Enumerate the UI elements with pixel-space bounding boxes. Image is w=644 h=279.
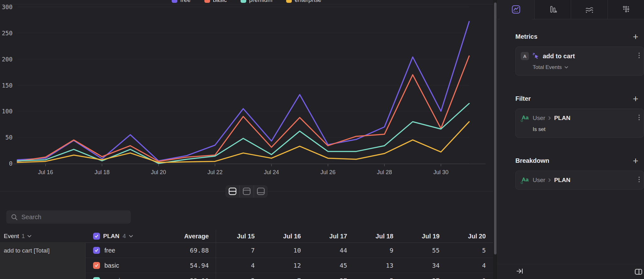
svg-text:0: 0 — [9, 160, 13, 167]
svg-text:Jul 30: Jul 30 — [433, 169, 448, 175]
plan-select-all-checkbox[interactable] — [93, 233, 100, 240]
toggle-sidebar-button[interactable] — [635, 268, 643, 277]
filter-property: PLAN — [554, 115, 570, 122]
vertical-scrollbar — [493, 0, 497, 279]
sidebar-panel-icon — [635, 268, 643, 276]
cell-value: 4 — [216, 258, 262, 273]
metric-measure-selector[interactable]: Total Events — [533, 64, 641, 71]
cell-value: 27 — [401, 273, 447, 279]
cell-value: 10 — [262, 243, 308, 258]
metric-letter-badge: A — [521, 52, 529, 60]
column-header-jul-20[interactable]: Jul 20 — [447, 230, 493, 242]
search-icon — [11, 214, 18, 222]
plan-selector-label: PLAN — [103, 233, 119, 240]
row-checkbox[interactable] — [93, 247, 100, 254]
row-label: free — [104, 243, 115, 258]
layout-panel-top-button[interactable] — [240, 185, 254, 198]
text-property-icon: Aa — [521, 176, 530, 184]
filter-section-header: Filter + — [515, 95, 640, 102]
column-header-jul-18[interactable]: Jul 18 — [354, 230, 401, 242]
table-search-row — [6, 210, 131, 224]
column-header-jul-15[interactable]: Jul 15 — [216, 230, 262, 242]
cell-value: 9 — [354, 243, 401, 258]
cell-value: 55 — [401, 243, 447, 258]
svg-text:Jul 24: Jul 24 — [264, 169, 279, 175]
filter-scope: User — [533, 115, 545, 122]
query-builder-panel: Metrics + A add to cart Total Events Fil… — [497, 0, 644, 279]
tab-bar-chart[interactable] — [534, 0, 571, 19]
text-property-icon: Aa — [521, 114, 530, 122]
average-column-header: Average — [135, 230, 209, 242]
panel-tabs — [498, 0, 644, 19]
filter-card[interactable]: Aa User PLAN Is set — [515, 109, 644, 138]
line-chart[interactable]: 050100150200250300Jul 16Jul 18Jul 20Jul … — [0, 0, 493, 185]
table-row-basic: basic54.944124513344 — [86, 258, 493, 273]
bar-chart-icon — [547, 4, 558, 14]
column-header-jul-16[interactable]: Jul 16 — [262, 230, 308, 242]
metric-card[interactable]: A add to cart Total Events — [515, 47, 644, 76]
event-selector-count: 1 — [22, 233, 25, 240]
svg-text:200: 200 — [2, 56, 13, 63]
row-values: 710449555 — [216, 243, 493, 258]
row-values: 4124513344 — [216, 258, 493, 273]
row-average: 33.00 — [142, 273, 209, 279]
table-row-premium: premium33.0057275270 — [86, 273, 493, 279]
cell-value: 4 — [447, 258, 493, 273]
scrollbar-thumb[interactable] — [494, 3, 497, 254]
cell-value: 27 — [308, 273, 354, 279]
breakdown-property: PLAN — [554, 177, 570, 184]
metric-menu-button[interactable] — [637, 52, 641, 60]
svg-text:100: 100 — [2, 108, 13, 115]
row-checkbox[interactable] — [93, 262, 100, 269]
svg-text:Jul 20: Jul 20 — [151, 169, 166, 175]
chevron-right-icon — [548, 116, 551, 120]
row-group-label: add to cart [Total] — [0, 243, 86, 279]
chevron-down-icon — [27, 235, 31, 238]
flow-chart-icon — [584, 4, 595, 14]
average-column-divider — [216, 230, 216, 279]
chevron-right-icon — [548, 178, 551, 182]
tab-flow-chart[interactable] — [571, 0, 608, 19]
row-checkbox[interactable] — [93, 277, 100, 279]
column-header-jul-19[interactable]: Jul 19 — [401, 230, 447, 242]
row-label: basic — [104, 258, 119, 273]
report-main: freebasicpremiumenterprise 0501001502002… — [0, 0, 493, 279]
layout-split-rows-button[interactable] — [225, 185, 240, 198]
collapse-panel-button[interactable] — [516, 267, 524, 276]
cell-value: 0 — [447, 273, 493, 279]
event-selector[interactable]: Event 1 — [4, 230, 31, 242]
svg-text:Jul 18: Jul 18 — [94, 169, 109, 175]
table-rows: free69.88710449555basic54.944124513344pr… — [86, 243, 493, 279]
cell-value: 13 — [354, 258, 401, 273]
date-column-headers: Jul 15Jul 16Jul 17Jul 18Jul 19Jul 20 — [216, 230, 493, 242]
filter-menu-button[interactable] — [637, 114, 641, 122]
add-metric-button[interactable]: + — [633, 33, 640, 40]
filter-condition-label: Is set — [533, 126, 546, 133]
breakdown-menu-button[interactable] — [637, 176, 641, 185]
breakdown-scope: User — [533, 177, 545, 184]
cell-value: 12 — [262, 258, 308, 273]
column-header-jul-17[interactable]: Jul 17 — [308, 230, 354, 242]
chevron-down-icon — [564, 66, 568, 69]
event-selector-label: Event — [4, 233, 19, 240]
row-average: 54.94 — [142, 258, 209, 273]
svg-text:Jul 22: Jul 22 — [208, 169, 223, 175]
add-filter-button[interactable]: + — [633, 95, 640, 102]
filter-condition[interactable]: Is set — [533, 126, 641, 133]
row-values: 57275270 — [216, 273, 493, 279]
search-input[interactable] — [6, 210, 131, 224]
arrow-to-line-icon — [516, 267, 524, 275]
cell-value: 5 — [354, 273, 401, 279]
breakdown-title: Breakdown — [515, 157, 549, 164]
tab-more-charts[interactable] — [608, 0, 644, 19]
svg-text:250: 250 — [2, 30, 13, 37]
metric-event-name: add to cart — [543, 53, 575, 60]
plan-selector[interactable]: PLAN 4 — [93, 230, 133, 242]
panel-footer — [498, 264, 644, 279]
svg-text:Jul 16: Jul 16 — [38, 169, 53, 175]
filter-title: Filter — [515, 95, 531, 102]
tab-line-chart[interactable] — [498, 0, 534, 19]
add-breakdown-button[interactable]: + — [633, 157, 640, 164]
breakdown-card[interactable]: Aa User PLAN — [515, 171, 644, 190]
layout-panel-bottom-button[interactable] — [254, 185, 268, 198]
